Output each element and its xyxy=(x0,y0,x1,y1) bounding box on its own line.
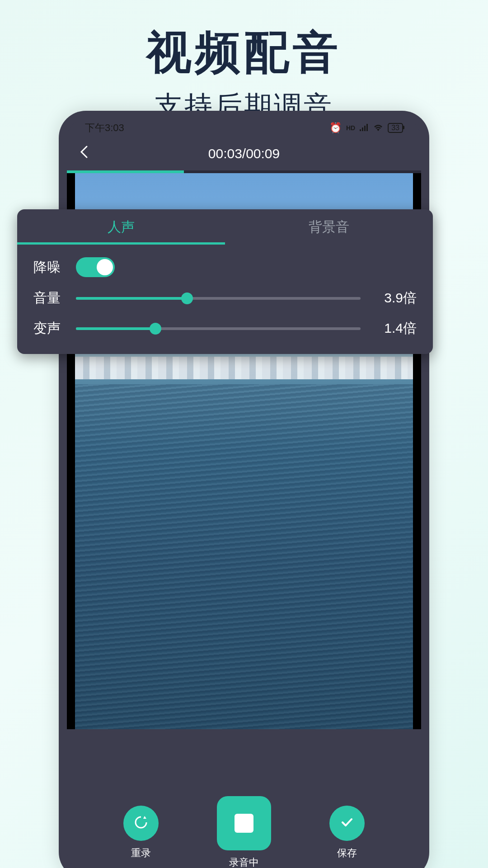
tab-bgm-label: 背景音 xyxy=(309,218,349,236)
volume-slider-fill xyxy=(76,297,187,300)
status-bar: 下午3:03 ⏰ HD 33 xyxy=(67,119,421,137)
save-control[interactable]: 保存 xyxy=(329,806,365,860)
alarm-icon: ⏰ xyxy=(329,122,342,134)
recording-control[interactable]: 录音中 xyxy=(217,796,271,868)
app-header: 00:03/00:09 xyxy=(67,137,421,170)
back-button[interactable] xyxy=(78,144,92,163)
audio-panel-body: 降噪 音量 3.9倍 变声 1.4倍 xyxy=(17,245,433,354)
tab-bgm[interactable]: 背景音 xyxy=(225,209,433,245)
volume-slider[interactable] xyxy=(76,297,361,300)
redo-icon xyxy=(133,814,149,832)
stop-recording-button[interactable] xyxy=(217,796,271,850)
status-icons: ⏰ HD 33 xyxy=(329,122,403,134)
audio-tabs: 人声 背景音 xyxy=(17,209,433,245)
check-icon xyxy=(339,814,355,832)
rerecord-button[interactable] xyxy=(123,806,159,841)
noise-reduction-row: 降噪 xyxy=(33,257,417,277)
promo-title-block: 视频配音 支持后期调音 xyxy=(0,0,488,125)
audio-settings-panel: 人声 背景音 降噪 音量 3.9倍 变声 1.4倍 xyxy=(17,209,433,354)
volume-value: 3.9倍 xyxy=(371,289,417,307)
pitch-row: 变声 1.4倍 xyxy=(33,319,417,338)
signal-bars-icon xyxy=(360,122,369,134)
signal-icon: HD xyxy=(346,124,355,132)
battery-icon: 33 xyxy=(388,123,403,133)
noise-reduction-toggle[interactable] xyxy=(76,257,115,277)
svg-rect-0 xyxy=(360,129,361,131)
wifi-icon xyxy=(373,122,383,134)
svg-rect-3 xyxy=(366,124,368,131)
rerecord-label: 重录 xyxy=(131,846,151,860)
skyline-decoration xyxy=(75,357,413,379)
playback-timer: 00:03/00:09 xyxy=(208,146,280,161)
svg-rect-1 xyxy=(362,127,363,131)
save-label: 保存 xyxy=(337,846,357,860)
stop-icon xyxy=(235,814,253,833)
status-time: 下午3:03 xyxy=(85,121,124,135)
rerecord-control[interactable]: 重录 xyxy=(123,806,159,860)
svg-rect-2 xyxy=(364,126,366,131)
toggle-knob xyxy=(97,259,113,275)
pitch-label: 变声 xyxy=(33,319,65,338)
pitch-slider-fill xyxy=(76,327,155,330)
promo-title: 视频配音 xyxy=(0,23,488,84)
pitch-slider-thumb[interactable] xyxy=(150,323,161,335)
pitch-value: 1.4倍 xyxy=(371,319,417,338)
bottom-controls: 重录 录音中 保存 xyxy=(67,794,421,868)
recording-label: 录音中 xyxy=(229,856,259,868)
volume-row: 音量 3.9倍 xyxy=(33,289,417,307)
tab-voice-label: 人声 xyxy=(108,218,135,236)
water-decoration xyxy=(75,384,413,729)
noise-reduction-label: 降噪 xyxy=(33,258,65,277)
volume-label: 音量 xyxy=(33,289,65,307)
tab-voice[interactable]: 人声 xyxy=(17,209,225,245)
save-button[interactable] xyxy=(329,806,365,841)
volume-slider-thumb[interactable] xyxy=(181,292,193,304)
pitch-slider[interactable] xyxy=(76,327,361,330)
